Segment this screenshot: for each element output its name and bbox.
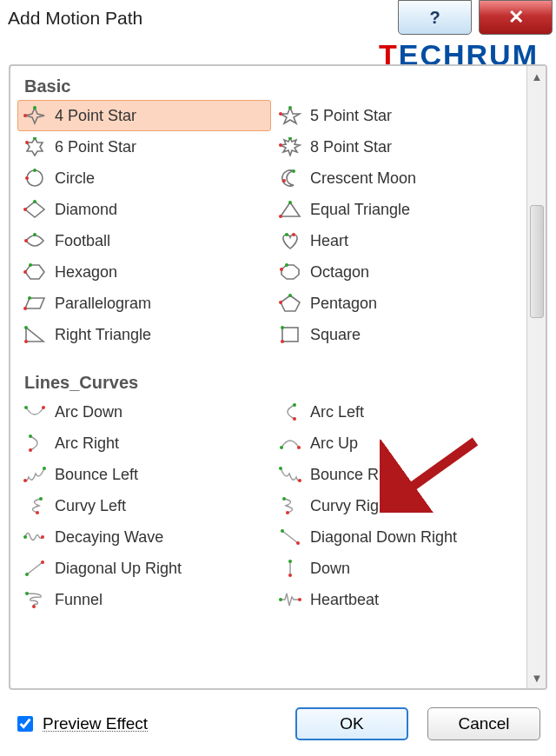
- path-item-right-triangle[interactable]: Right Triangle: [17, 319, 271, 350]
- path-item-bounce-right[interactable]: Bounce Right: [273, 459, 526, 490]
- path-list: Basic 4 Point Star 5 Point Star 6 Point …: [10, 66, 526, 688]
- path-item-square[interactable]: Square: [273, 319, 526, 350]
- svg-marker-9: [281, 138, 300, 156]
- group-header-lines-curves: Lines_Curves: [17, 366, 526, 396]
- svg-point-50: [29, 448, 32, 452]
- svg-point-75: [298, 598, 301, 601]
- svg-marker-39: [26, 328, 43, 342]
- scroll-down-arrow-icon[interactable]: ▼: [527, 667, 546, 688]
- svg-point-65: [296, 541, 300, 545]
- svg-point-32: [280, 268, 283, 271]
- path-item-arc-up[interactable]: Arc Up: [273, 428, 526, 459]
- svg-point-73: [32, 605, 36, 608]
- path-item-down[interactable]: Down: [273, 553, 526, 584]
- crescent-icon: [279, 169, 301, 188]
- curvy-right-icon: [279, 496, 301, 515]
- path-item-hexagon[interactable]: Hexagon: [17, 256, 271, 288]
- svg-marker-30: [281, 265, 299, 279]
- svg-point-19: [23, 208, 27, 211]
- svg-point-29: [23, 270, 27, 274]
- path-item-curvy-left[interactable]: Curvy Left: [17, 490, 271, 521]
- svg-marker-27: [25, 265, 44, 279]
- path-item-curvy-right[interactable]: Curvy Right: [273, 490, 526, 521]
- path-item-arc-down[interactable]: Arc Down: [17, 396, 271, 428]
- svg-point-53: [43, 467, 46, 470]
- square-icon: [279, 325, 301, 344]
- scroll-thumb[interactable]: [530, 205, 544, 318]
- scroll-up-arrow-icon[interactable]: ▲: [527, 66, 546, 87]
- path-item-6-point-star[interactable]: 6 Point Star: [17, 131, 271, 162]
- path-item-5-point-star[interactable]: 5 Point Star: [273, 100, 526, 131]
- cancel-button[interactable]: Cancel: [427, 707, 540, 740]
- diagonal-down-right-icon: [279, 527, 301, 547]
- path-item-heartbeat[interactable]: Heartbeat: [273, 584, 526, 615]
- svg-point-58: [36, 511, 39, 514]
- preview-effect-checkbox[interactable]: Preview Effect: [9, 713, 148, 734]
- svg-marker-33: [25, 298, 44, 308]
- svg-point-31: [285, 263, 288, 267]
- path-item-8-point-star[interactable]: 8 Point Star: [273, 131, 526, 162]
- svg-point-25: [285, 233, 288, 236]
- path-item-parallelogram[interactable]: Parallelogram: [17, 288, 271, 319]
- svg-point-70: [288, 560, 292, 563]
- svg-point-47: [293, 403, 296, 407]
- svg-point-43: [281, 326, 284, 329]
- path-item-football[interactable]: Football: [17, 225, 271, 256]
- path-item-pentagon[interactable]: Pentagon: [273, 288, 526, 319]
- path-item-equal-triangle[interactable]: Equal Triangle: [273, 194, 526, 225]
- path-item-decaying-wave[interactable]: Decaying Wave: [17, 521, 271, 553]
- svg-marker-17: [25, 202, 44, 217]
- help-button[interactable]: ?: [398, 0, 472, 35]
- svg-point-61: [23, 535, 27, 539]
- svg-point-62: [41, 535, 44, 539]
- diagonal-up-right-icon: [23, 559, 46, 578]
- svg-point-24: [24, 239, 28, 242]
- path-item-diagonal-down-right[interactable]: Diagonal Down Right: [273, 521, 526, 553]
- svg-point-41: [24, 340, 28, 343]
- svg-point-18: [33, 200, 36, 203]
- heartbeat-icon: [279, 590, 301, 609]
- svg-marker-20: [281, 202, 300, 216]
- path-item-crescent-moon[interactable]: Crescent Moon: [273, 162, 526, 194]
- svg-point-59: [282, 497, 286, 501]
- path-item-arc-right[interactable]: Arc Right: [17, 428, 271, 459]
- circle-icon: [23, 169, 46, 188]
- svg-point-5: [279, 112, 282, 116]
- svg-point-12: [27, 170, 43, 186]
- svg-line-66: [27, 562, 43, 574]
- vertical-scrollbar[interactable]: ▲ ▼: [526, 66, 546, 688]
- svg-marker-6: [27, 138, 43, 156]
- svg-point-22: [279, 215, 282, 218]
- octagon-icon: [279, 262, 301, 282]
- decaying-wave-icon: [23, 527, 46, 547]
- ok-button[interactable]: OK: [295, 707, 408, 740]
- right-triangle-icon: [23, 325, 46, 344]
- svg-marker-0: [25, 108, 44, 123]
- svg-point-68: [41, 560, 44, 564]
- path-item-funnel[interactable]: Funnel: [17, 584, 271, 615]
- path-item-arc-left[interactable]: Arc Left: [273, 396, 526, 428]
- svg-point-14: [25, 176, 29, 180]
- close-button[interactable]: ✕: [479, 0, 553, 35]
- path-item-octagon[interactable]: Octagon: [273, 256, 526, 288]
- svg-point-54: [23, 479, 27, 482]
- path-item-diamond[interactable]: Diamond: [17, 194, 271, 225]
- football-icon: [23, 231, 46, 250]
- path-item-circle[interactable]: Circle: [17, 162, 271, 194]
- svg-rect-42: [282, 328, 298, 342]
- path-item-diagonal-up-right[interactable]: Diagonal Up Right: [17, 553, 271, 584]
- svg-point-64: [281, 529, 284, 533]
- dialog-title: Add Motion Path: [8, 8, 142, 29]
- bounce-left-icon: [23, 465, 46, 484]
- path-item-heart[interactable]: Heart: [273, 225, 526, 256]
- svg-point-49: [29, 434, 32, 438]
- arc-down-icon: [23, 402, 46, 421]
- star5-icon: [279, 106, 301, 125]
- preview-effect-input[interactable]: [17, 716, 33, 732]
- path-item-bounce-left[interactable]: Bounce Left: [17, 459, 271, 490]
- svg-point-2: [23, 114, 27, 117]
- arc-right-icon: [23, 434, 46, 453]
- triangle-icon: [279, 200, 301, 219]
- star8-icon: [279, 137, 301, 156]
- path-item-4-point-star[interactable]: 4 Point Star: [17, 100, 271, 131]
